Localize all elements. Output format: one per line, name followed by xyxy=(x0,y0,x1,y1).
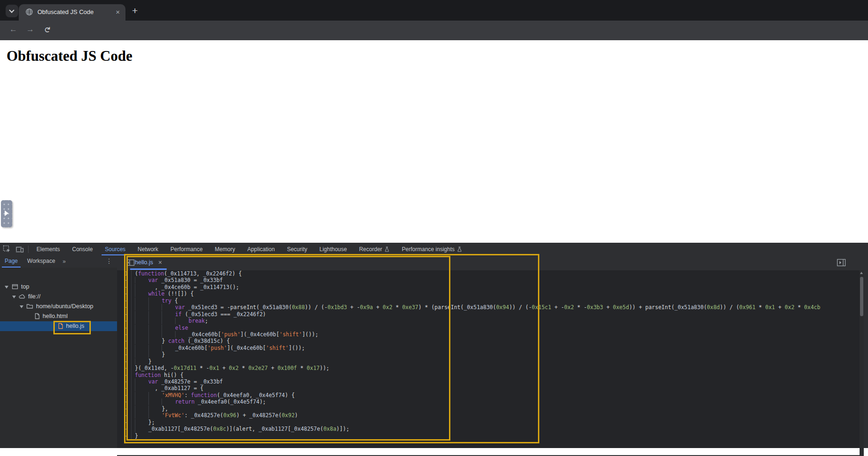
gutter-divider xyxy=(131,297,135,304)
code-line[interactable]: - _0xab1127[_0x48257e(0x8c)](alert, _0xa… xyxy=(117,426,860,432)
code-line[interactable]: - , _0x4ce60b = _0x114713(); xyxy=(117,284,860,290)
gutter-divider xyxy=(131,365,135,371)
code-line[interactable]: - if (_0x51ecd3 === _0x2246f2) xyxy=(117,311,860,318)
line-number[interactable]: - xyxy=(117,345,131,351)
code-line[interactable]: - return _0x4eefa0(_0x4e5f74); xyxy=(117,398,860,405)
hide-navigator-icon[interactable] xyxy=(127,259,135,266)
expander-icon[interactable] xyxy=(20,305,23,308)
line-number[interactable]: - xyxy=(117,419,131,426)
code-line[interactable]: - } xyxy=(117,358,860,365)
gutter-divider xyxy=(131,270,135,277)
tab-close-icon[interactable]: × xyxy=(116,8,120,16)
tab-page[interactable]: Page xyxy=(0,255,22,268)
line-number[interactable]: - xyxy=(117,277,131,283)
code-line[interactable]: 1(function(_0x114713, _0x2246f2) { xyxy=(117,270,860,277)
code-line[interactable]: - 'xMVHQ': function(_0x4eefa0, _0x4e5f74… xyxy=(117,392,860,398)
line-number[interactable]: - xyxy=(117,385,131,391)
devtools-tab-memory[interactable]: Memory xyxy=(209,243,241,255)
editor-tab-close-icon[interactable]: × xyxy=(158,259,162,266)
code-line[interactable]: - _0x4ce60b['push'](_0x4ce60b['shift']()… xyxy=(117,331,860,338)
more-tabs-icon[interactable]: » xyxy=(60,258,69,265)
gutter-divider xyxy=(131,284,135,290)
device-toolbar-icon[interactable] xyxy=(13,243,26,255)
forward-icon[interactable]: → xyxy=(26,25,34,34)
code-line[interactable]: - var _0x51ecd3 = -parseInt(_0x51a830(0x… xyxy=(117,304,860,311)
code-line[interactable]: - var _0x51a830 = _0x33bf xyxy=(117,277,860,283)
code-line[interactable]: - } catch (_0x38d15c) { xyxy=(117,338,860,344)
line-number[interactable]: - xyxy=(117,358,131,365)
line-number[interactable]: - xyxy=(117,297,131,304)
line-number[interactable]: - xyxy=(117,304,131,311)
tree-item-hello-html[interactable]: hello.html xyxy=(0,311,117,321)
line-number[interactable]: - xyxy=(117,318,131,324)
line-number[interactable]: - xyxy=(117,426,131,432)
new-tab-button[interactable]: + xyxy=(132,5,138,16)
code-line[interactable]: - while (!![]) { xyxy=(117,290,860,297)
devtools-tab-elements[interactable]: Elements xyxy=(30,243,66,255)
vscrollbar-thumb[interactable] xyxy=(860,277,863,316)
line-number[interactable]: - xyxy=(117,365,131,371)
line-number[interactable]: - xyxy=(117,284,131,290)
file-icon xyxy=(34,313,40,319)
devtools-tab-performance-insights[interactable]: Performance insights xyxy=(396,243,468,255)
tree-item-desktop-folder[interactable]: home/ubuntu/Desktop xyxy=(0,302,117,311)
devtools-tab-recorder[interactable]: Recorder xyxy=(353,243,396,255)
devtools-tab-lighthouse[interactable]: Lighthouse xyxy=(313,243,353,255)
code-line[interactable]: -function hi() { xyxy=(117,372,860,378)
line-number[interactable]: - xyxy=(117,372,131,378)
side-panel-handle[interactable] xyxy=(1,200,12,227)
line-number[interactable]: 1 xyxy=(117,270,131,277)
line-number[interactable]: - xyxy=(117,433,131,439)
code-text: } xyxy=(135,433,138,439)
line-number[interactable]: - xyxy=(117,405,131,412)
code-line[interactable]: - 'FvtWc': _0x48257e(0x96) + _0x48257e(0… xyxy=(117,412,860,419)
line-number[interactable]: - xyxy=(117,338,131,344)
inspect-element-icon[interactable] xyxy=(0,243,13,255)
devtools-tab-console[interactable]: Console xyxy=(66,243,99,255)
line-number[interactable]: - xyxy=(117,412,131,419)
expander-icon[interactable] xyxy=(12,296,16,298)
tree-item-top[interactable]: top xyxy=(0,282,117,292)
code-line[interactable]: - try { xyxy=(117,297,860,304)
tree-label: file:// xyxy=(28,293,40,300)
code-line[interactable]: -}(_0x11ed, -0x17d11 * -0x1 + 0x2 * 0x2e… xyxy=(117,365,860,371)
experiment-flask-icon xyxy=(457,246,462,252)
code-line[interactable]: - } xyxy=(117,351,860,358)
back-icon[interactable]: ← xyxy=(9,25,17,34)
devtools-tab-security[interactable]: Security xyxy=(281,243,313,255)
reload-icon[interactable]: ↻ xyxy=(42,26,52,33)
code-line[interactable]: - }; xyxy=(117,419,860,426)
line-number[interactable]: - xyxy=(117,331,131,338)
line-number[interactable]: - xyxy=(117,325,131,331)
devtools-tab-performance[interactable]: Performance xyxy=(164,243,209,255)
line-number[interactable]: - xyxy=(117,378,131,385)
code-text: , _0xab1127 = { xyxy=(135,385,203,391)
tree-item-hello-js[interactable]: hello.js xyxy=(0,321,117,331)
line-number[interactable]: - xyxy=(117,392,131,398)
tab-workspace[interactable]: Workspace xyxy=(22,255,60,268)
code-line[interactable]: - break; xyxy=(117,318,860,324)
line-number[interactable]: - xyxy=(117,290,131,297)
tree-item-file-scheme[interactable]: file:// xyxy=(0,292,117,302)
tab-search-button[interactable] xyxy=(6,5,18,17)
code-viewer[interactable]: 1(function(_0x114713, _0x2246f2) {- var … xyxy=(117,270,860,442)
code-line[interactable]: - _0x4ce60b['push'](_0x4ce60b['shift']()… xyxy=(117,345,860,351)
line-number[interactable]: - xyxy=(117,311,131,318)
scroll-up-arrow-icon[interactable] xyxy=(860,272,863,274)
line-number[interactable]: - xyxy=(117,398,131,405)
vertical-scrollbar[interactable] xyxy=(860,270,864,456)
line-number[interactable]: - xyxy=(117,351,131,358)
code-line[interactable]: - var _0x48257e = _0x33bf xyxy=(117,378,860,385)
show-debugger-icon[interactable] xyxy=(837,259,846,267)
devtools-tab-sources[interactable]: Sources xyxy=(99,243,132,255)
browser-tab[interactable]: Obfuscated JS Code × xyxy=(19,4,125,21)
code-line[interactable]: - else xyxy=(117,325,860,331)
code-text: }; xyxy=(135,419,155,426)
devtools-tab-application[interactable]: Application xyxy=(241,243,281,255)
expander-icon[interactable] xyxy=(5,286,8,289)
devtools-tab-network[interactable]: Network xyxy=(132,243,164,255)
code-line[interactable]: - }, xyxy=(117,405,860,412)
code-line[interactable]: - , _0xab1127 = { xyxy=(117,385,860,391)
kebab-menu-icon[interactable]: ⋮ xyxy=(106,257,112,265)
code-line[interactable]: -} xyxy=(117,433,860,439)
